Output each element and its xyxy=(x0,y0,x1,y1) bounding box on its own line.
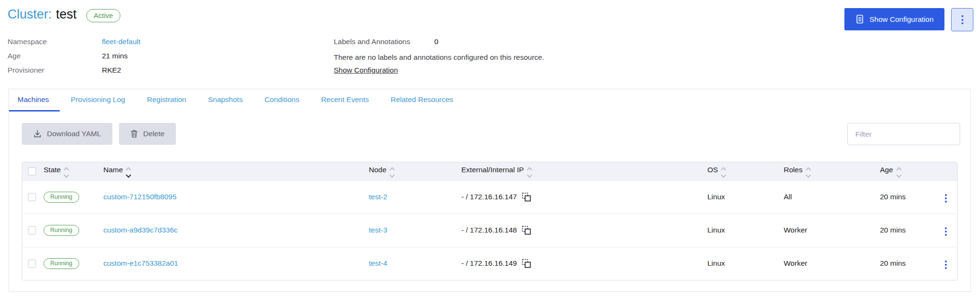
column-header-name[interactable]: Name xyxy=(103,162,369,180)
row-checkbox[interactable] xyxy=(28,193,36,201)
node-link[interactable]: test-2 xyxy=(369,193,387,201)
copy-icon[interactable] xyxy=(522,192,531,202)
machine-status-badge: Running xyxy=(44,192,79,203)
node-link[interactable]: test-3 xyxy=(369,226,387,234)
column-header-os[interactable]: OS xyxy=(707,162,784,180)
sort-icon xyxy=(64,168,68,177)
column-header-roles[interactable]: Roles xyxy=(784,162,880,180)
column-header-node[interactable]: Node xyxy=(369,162,461,180)
page-title: test xyxy=(56,7,77,22)
download-yaml-button[interactable]: Download YAML xyxy=(22,123,112,145)
row-checkbox[interactable] xyxy=(28,226,36,234)
sort-icon xyxy=(528,168,531,177)
ip-value: - / 172.16.16.147 xyxy=(461,193,517,201)
column-header-external-internal-ip[interactable]: External/Internal IP xyxy=(461,162,707,180)
column-header-age[interactable]: Age xyxy=(880,162,932,180)
tab-bar: Machines Provisioning Log Registration S… xyxy=(9,89,971,112)
copy-icon[interactable] xyxy=(522,225,531,235)
page-title-prefix: Cluster: xyxy=(8,7,52,22)
header-actions: Show Configuration xyxy=(844,8,973,31)
machine-name-link[interactable]: custom-e1c753382a01 xyxy=(103,259,178,267)
provisioner-value: RKE2 xyxy=(102,65,121,75)
table-row: Running custom-712150fb8095 test-2 - / 1… xyxy=(22,180,958,214)
labels-annotations-label: Labels and Annotations xyxy=(334,37,434,47)
page-header: Cluster: test Active xyxy=(0,0,980,22)
namespace-link[interactable]: fleet-default xyxy=(102,37,140,47)
table-header-row: State Name Node External/Internal IP OS … xyxy=(22,162,958,180)
labels-annotations-section: Labels and Annotations 0 There are no la… xyxy=(334,37,972,79)
copy-icon[interactable] xyxy=(522,259,531,269)
roles-value: All xyxy=(784,193,792,201)
machine-name-link[interactable]: custom-712150fb8095 xyxy=(103,193,176,201)
download-icon xyxy=(33,130,42,138)
os-value: Linux xyxy=(707,259,725,267)
row-age-value: 20 mins xyxy=(880,193,906,201)
machine-status-badge: Running xyxy=(44,258,79,269)
show-configuration-link[interactable]: Show Configuration xyxy=(334,66,398,74)
row-actions-kebab-icon[interactable] xyxy=(943,259,949,271)
labels-annotations-count: 0 xyxy=(434,37,439,47)
ip-value: - / 172.16.16.148 xyxy=(461,226,517,234)
sort-icon xyxy=(390,168,394,177)
select-all-checkbox[interactable] xyxy=(28,167,36,176)
filter-input[interactable] xyxy=(847,123,960,145)
sort-icon xyxy=(127,168,130,177)
sort-icon xyxy=(806,168,810,177)
table-row: Running custom-e1c753382a01 test-4 - / 1… xyxy=(22,247,958,280)
machine-name-link[interactable]: custom-a9d39c7d336c xyxy=(103,226,178,234)
labels-annotations-empty-message: There are no labels and annotations conf… xyxy=(334,52,972,63)
column-header-state[interactable]: State xyxy=(44,162,103,180)
node-link[interactable]: test-4 xyxy=(369,259,387,267)
row-checkbox[interactable] xyxy=(28,260,36,268)
trash-icon xyxy=(130,130,138,138)
header-kebab-menu-icon[interactable] xyxy=(951,8,973,31)
machines-table: State Name Node External/Internal IP OS … xyxy=(22,162,958,280)
namespace-label: Namespace xyxy=(8,37,102,47)
tab-recent-events[interactable]: Recent Events xyxy=(310,89,380,112)
row-actions-kebab-icon[interactable] xyxy=(943,192,949,205)
document-icon xyxy=(855,14,864,24)
machine-status-badge: Running xyxy=(44,225,79,236)
row-age-value: 20 mins xyxy=(880,226,906,234)
machines-toolbar: Download YAML Delete xyxy=(9,123,971,145)
delete-button[interactable]: Delete xyxy=(119,123,176,145)
tab-registration[interactable]: Registration xyxy=(136,89,197,112)
cluster-detail-panel: Machines Provisioning Log Registration S… xyxy=(9,89,971,292)
cluster-details: Namespace fleet-default Age 21 mins Prov… xyxy=(0,37,980,79)
sort-icon xyxy=(722,168,725,177)
age-label: Age xyxy=(8,51,102,61)
tab-machines[interactable]: Machines xyxy=(9,89,60,112)
tab-snapshots[interactable]: Snapshots xyxy=(197,89,254,112)
cluster-status-badge: Active xyxy=(86,9,121,22)
os-value: Linux xyxy=(707,226,725,234)
os-value: Linux xyxy=(707,193,725,201)
sort-icon xyxy=(897,168,901,177)
row-age-value: 20 mins xyxy=(880,259,906,267)
table-row: Running custom-a9d39c7d336c test-3 - / 1… xyxy=(22,214,958,247)
show-configuration-button[interactable]: Show Configuration xyxy=(844,8,944,30)
tab-conditions[interactable]: Conditions xyxy=(254,89,310,112)
details-left: Namespace fleet-default Age 21 mins Prov… xyxy=(8,37,334,79)
tab-related-resources[interactable]: Related Resources xyxy=(380,89,464,112)
roles-value: Worker xyxy=(784,259,807,267)
tab-provisioning-log[interactable]: Provisioning Log xyxy=(60,89,136,112)
provisioner-label: Provisioner xyxy=(8,65,102,75)
ip-value: - / 172.16.16.149 xyxy=(461,259,517,268)
machines-table-body: Running custom-712150fb8095 test-2 - / 1… xyxy=(22,180,958,280)
roles-value: Worker xyxy=(784,226,807,234)
age-value: 21 mins xyxy=(102,51,128,61)
row-actions-kebab-icon[interactable] xyxy=(943,225,949,238)
